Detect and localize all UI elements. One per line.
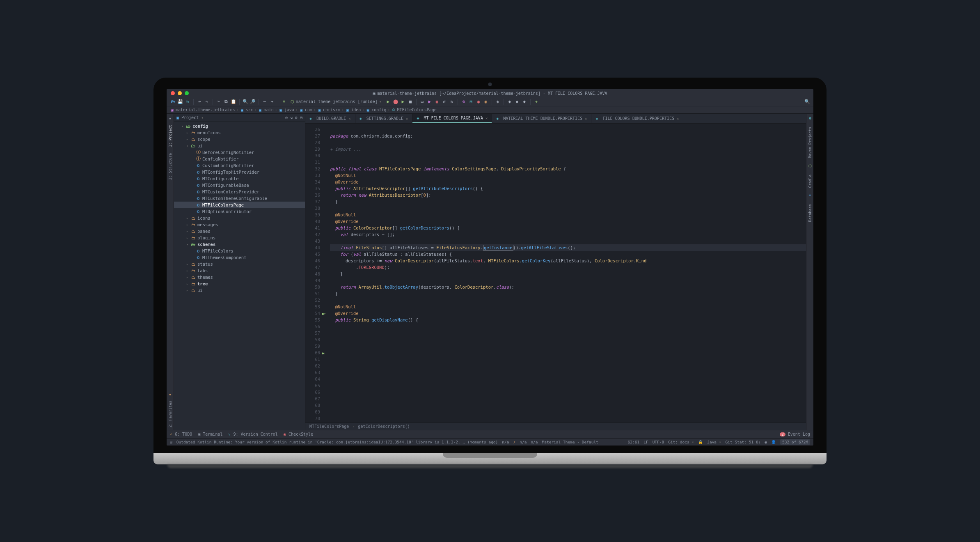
tree-item[interactable]: ©MTFileColorsPage [174, 202, 305, 208]
eventlog-button[interactable]: 2 Event Log [780, 432, 810, 436]
status-gitstat[interactable]: Git Stat: 51 0↓ [726, 440, 761, 444]
editor-tab[interactable]: ◈SETTINGS.GRADLE✕ [355, 114, 413, 123]
collapse-icon[interactable]: ⇲ [290, 115, 293, 120]
todo-button[interactable]: ✓ 6: TODO [170, 432, 192, 436]
status-java[interactable]: Java ▾ [707, 440, 721, 444]
find-icon[interactable]: 🔍 [243, 99, 248, 105]
undo-icon[interactable]: ↶ [197, 99, 202, 105]
tree-item[interactable]: ▸🗀tabs [174, 267, 305, 274]
b1-icon[interactable]: ◆ [507, 99, 513, 105]
coverage-icon[interactable]: ◉ [434, 99, 440, 105]
traffic-lights[interactable] [171, 91, 189, 95]
side-tab-structure[interactable]: 2: Structure [167, 151, 173, 182]
tree-item[interactable]: ▸🗀themes [174, 274, 305, 280]
breadcrumb-item[interactable]: main [264, 108, 274, 112]
tree-item[interactable]: ▾🗁schemes [174, 241, 305, 248]
status-git[interactable]: Git: docs ▾ [668, 440, 694, 444]
b3-icon[interactable]: ◆ [522, 99, 527, 105]
tree-item[interactable]: ©MTConfigurable [174, 175, 305, 182]
cut-icon[interactable]: ✂ [216, 99, 222, 105]
minimize-icon[interactable] [178, 91, 182, 95]
code[interactable]: package com.chrisrm.idea.config; + impor… [323, 124, 806, 423]
breadcrumb-item[interactable]: config [371, 108, 386, 112]
side-tab-database[interactable]: Database [807, 202, 813, 224]
tree-item[interactable]: ©MTFileColors [174, 248, 305, 254]
editor-tab[interactable]: ◈FILE COLORS BUNDLE.PROPERTIES✕ [591, 114, 683, 123]
status-memory[interactable]: 532 of 672M [780, 439, 810, 445]
hide-icon[interactable]: ⊟ [300, 115, 302, 120]
editor-breadcrumbs[interactable]: MTFileColorsPage›getColorDescriptors() [305, 423, 806, 430]
gear-icon[interactable]: ⚙ [295, 115, 298, 120]
profile-icon[interactable]: ▶ [427, 99, 433, 105]
tree-item[interactable]: ©MTCustomColorsProvider [174, 188, 305, 195]
build-icon[interactable]: ⊞ [281, 99, 287, 105]
copy-icon[interactable]: ⧉ [223, 99, 229, 105]
b2-icon[interactable]: ◆ [514, 99, 520, 105]
stop-icon[interactable]: ■ [408, 99, 413, 105]
tree-item[interactable]: ▸🗀plugins [174, 234, 305, 241]
plugin-icon[interactable]: ◉ [483, 99, 489, 105]
tree-item[interactable]: ▸🗀panes [174, 228, 305, 234]
tree-item[interactable]: ©MTConfigurableBase [174, 182, 305, 188]
replace-icon[interactable]: 🔎 [250, 99, 256, 105]
tree-item[interactable]: ▸🗀icons [174, 215, 305, 221]
debug-icon[interactable]: ⬤ [393, 99, 398, 105]
tree-item[interactable]: ▸🗀scope [174, 136, 305, 142]
paste-icon[interactable]: 📋 [231, 99, 236, 105]
gutter[interactable]: 2627282930313233343536373839404142434445… [305, 124, 323, 423]
editor[interactable]: 2627282930313233343536373839404142434445… [305, 124, 806, 423]
tree-item[interactable]: ©MTCustomThemeConfigurable [174, 195, 305, 202]
tree-item[interactable]: ©MTThemesComponent [174, 254, 305, 261]
save-icon[interactable]: 💾 [177, 99, 183, 105]
tree-item[interactable]: ▸🗀tree [174, 280, 305, 287]
history2-icon[interactable]: ↻ [449, 99, 455, 105]
side-tab-favorites[interactable]: 2: Favorites [167, 398, 173, 430]
maximize-icon[interactable] [185, 91, 189, 95]
status-pos[interactable]: 63:61 [628, 440, 640, 444]
terminal-button[interactable]: ▣ Terminal [198, 432, 222, 436]
tree-item[interactable]: ▸🗀messages [174, 221, 305, 228]
checkstyle-button[interactable]: ◉ CheckStyle [284, 432, 313, 436]
run-config-selector[interactable]: ⬡material-theme-jetbrains [runIde]▾ [289, 99, 384, 104]
run2-icon[interactable]: ▶ [400, 99, 406, 105]
redo-icon[interactable]: ↷ [204, 99, 210, 105]
side-tab-project[interactable]: 1: Project [167, 122, 173, 149]
status-lf[interactable]: LF [643, 440, 648, 444]
window-icon[interactable]: ⊞ [170, 440, 172, 444]
structure-icon[interactable]: ⊞ [468, 99, 474, 105]
open-icon[interactable]: 🗁 [170, 99, 176, 105]
lock-icon[interactable]: 🔒 [698, 440, 703, 444]
settings-icon[interactable]: ⚙ [461, 99, 467, 105]
tree-item[interactable]: ▸🗀status [174, 261, 305, 267]
gauge-icon[interactable]: ◉ [765, 440, 767, 444]
status-theme[interactable]: Material Theme - Default [542, 440, 598, 444]
sdk-icon[interactable]: ◉ [476, 99, 481, 105]
sync-icon[interactable]: ↻ [185, 99, 190, 105]
editor-tab[interactable]: ◈MT FILE COLORS PAGE.JAVA✕ [412, 114, 492, 123]
breadcrumb-item[interactable]: idea [351, 108, 361, 112]
project-tree[interactable]: ▾🗁config▸🗀menuIcons▸🗀scope▾🗁uiⒾBeforeCon… [174, 122, 305, 430]
tree-item[interactable]: ▾🗁config [174, 123, 305, 129]
tree-item[interactable]: ⒾBeforeConfigNotifier [174, 149, 305, 156]
back-icon[interactable]: ← [262, 99, 268, 105]
layout-icon[interactable]: ▭ [419, 99, 425, 105]
editor-tab[interactable]: ◈MATERIAL THEME BUNDLE.PROPERTIES✕ [492, 114, 591, 123]
history-icon[interactable]: ↺ [442, 99, 447, 105]
side-tab-maven[interactable]: Maven Projects [807, 124, 813, 161]
a1-icon[interactable]: ◈ [495, 99, 501, 105]
breadcrumb-item[interactable]: java [284, 108, 294, 112]
editor-tab[interactable]: ◈BUILD.GRADLE✕ [305, 114, 355, 123]
tree-item[interactable]: ▾🗁ui [174, 142, 305, 149]
forward-icon[interactable]: → [269, 99, 275, 105]
close-icon[interactable] [171, 91, 175, 95]
puzzle-icon[interactable]: ✚ [534, 99, 539, 105]
tree-item[interactable]: ▸🗀menuIcons [174, 129, 305, 136]
tree-item[interactable]: ©MTConfigTopHitProvider [174, 169, 305, 175]
search-everywhere-icon[interactable]: 🔍 [804, 99, 810, 105]
target-icon[interactable]: ⊙ [285, 115, 288, 120]
inspect-icon[interactable]: 👤 [771, 440, 776, 444]
tree-item[interactable]: ⒾConfigNotifier [174, 156, 305, 162]
side-tab-gradle[interactable]: Gradle [807, 172, 813, 191]
tree-item[interactable]: ▸🗀ui [174, 287, 305, 294]
breadcrumb-item[interactable]: MTFileColorsPage [397, 108, 436, 112]
